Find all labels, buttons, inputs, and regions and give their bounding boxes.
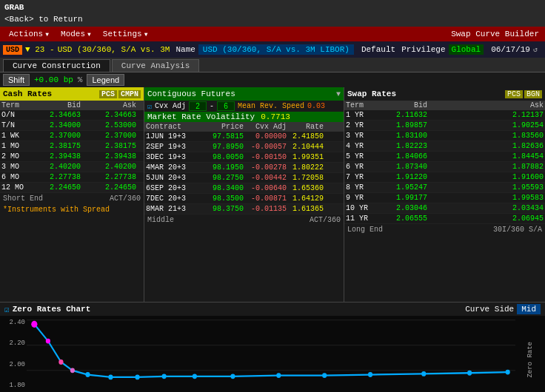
swap-term: 11 YR (346, 214, 375, 223)
actions-menu[interactable]: Actions ▼ (3, 27, 55, 41)
svg-point-6 (58, 359, 63, 365)
futures-dropdown-icon[interactable]: ▼ (336, 90, 341, 98)
futures-col-headers: Contract Price Cvx Adj Rate (144, 122, 344, 132)
cash-rate-row: 1 MO 2.38175 2.38175 (0, 141, 144, 152)
settings-menu[interactable]: Settings ▼ (97, 27, 154, 41)
instrument-bar: USD ▼ 23 - USD (30/360, S/A vs. 3M Name … (0, 41, 545, 58)
volatility-bar: Market Rate Volatility 0.7713 (144, 112, 344, 122)
instrument-desc: USD (30/360, S/A vs. 3M (58, 45, 170, 54)
cash-ask: 2.24650 (81, 183, 136, 192)
futures-footer: Middle ACT/360 (144, 214, 344, 226)
tab-curve-construction[interactable]: Curve Construction (3, 59, 110, 72)
futures-row: 6SEP 20+3 98.3400 -0.00640 1.65360 (144, 183, 344, 194)
swap-rate-row: 6 YR 1.87340 1.87882 (344, 162, 545, 172)
cash-rate-row: O/N 2.34663 2.34663 (0, 110, 144, 121)
privilege-label: Privilege (401, 45, 445, 54)
cvx-adj-label: Cvx Adj (155, 102, 186, 110)
mean-rev-label: Mean Rev. Speed (238, 102, 304, 110)
cash-bid: 2.39438 (25, 152, 81, 160)
y-mid2: 2.00 (9, 361, 25, 368)
back-label: <Back> to Return (4, 15, 83, 24)
shift-button[interactable]: Shift (3, 74, 30, 86)
y-mid1: 2.20 (9, 339, 25, 347)
swap-ask: 1.83560 (427, 132, 544, 140)
swap-ask: 1.82636 (427, 142, 544, 150)
svg-point-17 (421, 371, 426, 376)
cash-ask: 2.27738 (81, 173, 136, 181)
swap-rate-row: 8 YR 1.95247 1.95593 (344, 183, 545, 193)
futures-row: 7DEC 20+3 98.3500 -0.00871 1.64129 (144, 194, 344, 204)
swap-rate-row: 3 YR 1.83100 1.83560 (344, 131, 545, 141)
cvx-adj-checkbox[interactable]: ☑ (147, 102, 152, 111)
curve-side-label: Curve Side (465, 305, 514, 314)
date-label: 06/17/19 (491, 45, 530, 54)
futures-cvxadj: 0.00000 (244, 132, 287, 141)
cvxadj-col-header: Cvx Adj (244, 123, 287, 131)
futures-row: 3DEC 19+3 98.0050 -0.00150 1.99351 (144, 152, 344, 163)
swap-bid: 1.95247 (375, 183, 427, 192)
cash-rates-title: Cash Rates (3, 89, 96, 98)
swap-bid-header: Bid (375, 101, 427, 109)
percent-label: % (78, 75, 83, 84)
futures-contract: 7DEC 20+3 (146, 195, 199, 203)
swap-long-end: Long End (347, 226, 383, 234)
futures-rate: 2.41850 (287, 132, 324, 141)
swap-bid: 1.91220 (375, 173, 427, 181)
currency-badge[interactable]: USD (3, 45, 22, 55)
instruments-note: *Instruments with Spread (0, 204, 144, 215)
cash-rate-row: T/N 2.34000 2.53000 (0, 121, 144, 131)
y-min: 1.80 (9, 382, 25, 389)
cash-short-end: Short End (3, 195, 43, 203)
swap-rate-row: 4 YR 1.82223 1.82636 (344, 141, 545, 152)
controls-bar: Shift +0.00 bp % Legend (0, 72, 545, 87)
cash-term: T/N (1, 121, 25, 129)
cash-term: 6 MO (1, 173, 25, 181)
swap-ask: 2.03434 (427, 204, 544, 212)
curve-side-value[interactable]: Mid (517, 304, 541, 314)
chart-checkbox[interactable]: ☑ (4, 305, 10, 314)
num-contracts-1-input[interactable] (189, 101, 207, 111)
swap-rate-row: 5 YR 1.84066 1.84454 (344, 152, 545, 162)
swap-ask: 1.99583 (427, 194, 544, 202)
swap-bid: 1.99177 (375, 194, 427, 202)
cash-ask: 2.53000 (81, 121, 136, 129)
num-contracts-2-input[interactable] (217, 101, 235, 111)
swap-ask: 1.84454 (427, 152, 544, 160)
futures-price: 98.1950 (199, 163, 244, 172)
cash-term: 1 MO (1, 142, 25, 150)
price-col-header: Price (199, 123, 244, 131)
cash-bid: 2.38175 (25, 142, 81, 150)
title-bar: GRAB <Back> to Return (0, 0, 545, 27)
futures-contract: 2SEP 19+3 (146, 143, 199, 151)
svg-point-13 (230, 374, 235, 379)
modes-menu[interactable]: Modes ▼ (55, 27, 97, 41)
swap-footer: Long End 30I/360 S/A (344, 224, 545, 235)
swap-ask: 1.95593 (427, 183, 544, 192)
cash-rates-panel: Cash Rates PCS CMPN Term Bid Ask O/N 2.3… (0, 87, 144, 302)
cash-ask: 2.37000 (81, 132, 136, 140)
futures-rows: 1JUN 19+3 97.5815 0.00000 2.41850 2SEP 1… (144, 132, 344, 214)
swap-term: 1 YR (346, 111, 375, 119)
chart-container: 2.40 2.20 2.00 1.80 (0, 316, 545, 392)
refresh-icon[interactable]: ↺ (533, 45, 538, 54)
cash-act360: ACT/360 (110, 195, 141, 203)
futures-panel: Contiguous Futures ▼ ☑ Cvx Adj - Mean Re… (144, 87, 344, 302)
svg-point-16 (368, 372, 372, 377)
swap-ask: 1.90254 (427, 121, 544, 129)
y-axis-right: Zero Rate (515, 316, 545, 392)
futures-contract: 1JUN 19+3 (146, 132, 199, 141)
futures-rate: 1.64129 (287, 195, 324, 203)
futures-cvxadj: -0.01135 (244, 205, 287, 213)
legend-button[interactable]: Legend (87, 74, 124, 86)
cash-rates-footer: Short End ACT/360 (0, 193, 144, 204)
futures-act360: ACT/360 (310, 216, 341, 224)
svg-point-11 (162, 374, 167, 379)
futures-rate: 1.99351 (287, 153, 324, 161)
contract-col-header: Contract (146, 123, 199, 131)
term-col-header: Term (1, 101, 25, 109)
futures-cvxadj: -0.00278 (244, 163, 287, 172)
tab-curve-analysis[interactable]: Curve Analysis (112, 59, 199, 72)
futures-title: Contiguous Futures (147, 89, 333, 98)
cash-ask: 2.39438 (81, 152, 136, 160)
swap-rates-header: Swap Rates PCS BGN (344, 87, 545, 101)
